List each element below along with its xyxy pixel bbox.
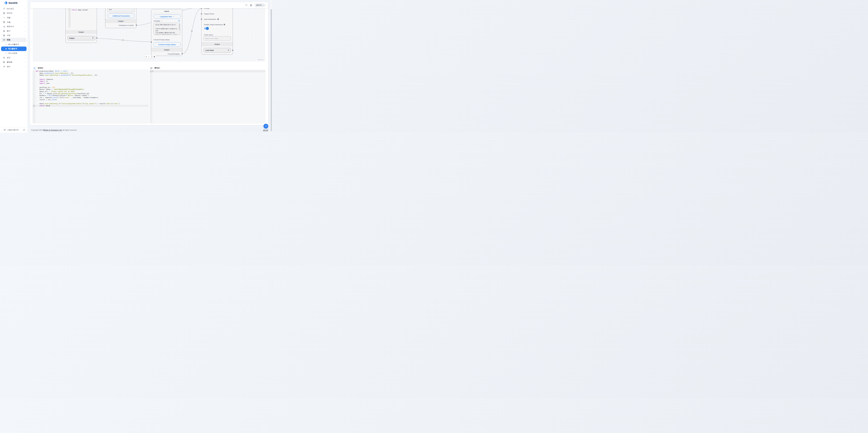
version-link[interactable]: v1.2.2 bbox=[263, 129, 268, 131]
output-handle[interactable] bbox=[232, 50, 233, 51]
node-llm-chain[interactable]: Prompt Output Parser Input Moderation i … bbox=[202, 8, 233, 55]
code-line: def preprocess(data: dict) -> dict: bbox=[35, 70, 148, 72]
zoom-out-button[interactable]: − bbox=[148, 55, 151, 58]
expand-template-icon[interactable] bbox=[178, 20, 180, 22]
chevron-right-icon bbox=[24, 30, 26, 32]
notifications-bell-icon[interactable] bbox=[250, 4, 252, 6]
server-icon bbox=[3, 34, 5, 37]
user-page-label: 사용자 페이지 bbox=[7, 129, 21, 131]
empty-code-line bbox=[152, 70, 265, 72]
code-line bbox=[35, 101, 148, 103]
sidebar-item-develop[interactable]: 개발 bbox=[0, 16, 28, 20]
chevron-right-icon bbox=[24, 61, 26, 63]
sidebar-item-label: 모델 bbox=[7, 21, 23, 24]
sidebar-item-label: 대시보드 bbox=[7, 8, 23, 10]
chevron-right-icon bbox=[24, 66, 26, 67]
external-link-icon bbox=[23, 129, 25, 131]
langchain-hub-button[interactable]: Langchain Hub bbox=[153, 14, 181, 19]
chevron-right-icon bbox=[24, 17, 26, 19]
sidebar-item-dashboard[interactable]: 대시보드 bbox=[0, 7, 28, 11]
sidebar-item-chat[interactable]: 채팅 bbox=[1, 38, 27, 42]
font-size-button[interactable]: 가 bbox=[245, 4, 248, 7]
info-icon[interactable]: i bbox=[217, 19, 219, 20]
output-handle[interactable] bbox=[182, 53, 183, 54]
prompt-input-handle[interactable] bbox=[201, 8, 202, 9]
code-line bbox=[35, 85, 148, 87]
page-scrollbar-thumb[interactable] bbox=[271, 9, 272, 131]
inputs-section-header: Inputs bbox=[151, 9, 182, 13]
output-name: PromptTemplate bbox=[168, 53, 180, 55]
user-menu[interactable]: 관리자 bbox=[254, 3, 266, 7]
textarea-scrollbar[interactable] bbox=[179, 24, 180, 30]
output-streaming-toggle[interactable] bbox=[204, 27, 209, 30]
node-custom-function[interactable]: 1 return $api_answer Output Output bbox=[65, 8, 97, 43]
postprocess-toggle[interactable] bbox=[150, 67, 153, 69]
chevron-right-icon bbox=[24, 43, 26, 45]
output-handle[interactable] bbox=[136, 25, 137, 26]
input-moderation-handle[interactable] bbox=[201, 19, 202, 20]
zoom-in-button[interactable]: + bbox=[145, 55, 148, 58]
chain-name-input[interactable] bbox=[204, 36, 231, 41]
input-handle[interactable] bbox=[151, 41, 152, 43]
sidebar-item-label: 트레이너 bbox=[7, 25, 23, 28]
preprocess-toggle[interactable] bbox=[33, 67, 37, 69]
code-line: import re bbox=[35, 81, 148, 83]
sidebar-nav: 대시보드데이터개발모델트레이너평가서빙채팅태스크플로우워크플로우어시스턴트승인할… bbox=[0, 7, 28, 69]
sidebar-item-evaluation[interactable]: 평가 bbox=[0, 29, 28, 33]
chat-pages-icon bbox=[3, 129, 6, 131]
postprocess-toggle-row: 후처리* bbox=[150, 67, 160, 69]
node-code-editor[interactable]: return $api_answer bbox=[71, 9, 88, 11]
additional-parameters-button[interactable]: Additional Parameters bbox=[107, 13, 135, 18]
temperature-input[interactable] bbox=[107, 8, 134, 12]
output-parser-input-label: Output Parser bbox=[204, 13, 214, 15]
code-line: url = f'{genos_url}/api/gateway/workflow… bbox=[35, 93, 148, 95]
sidebar-item-approval[interactable]: 승인 bbox=[0, 56, 28, 60]
sidebar-item-serving[interactable]: 서빙 bbox=[0, 33, 28, 38]
node-prompt-template[interactable]: Inputs Langchain Hub Template* 당신은 챗봇의 품… bbox=[151, 9, 182, 56]
company-link[interactable]: Minds & Company Ltd. bbox=[43, 129, 62, 131]
node-chat-openai[interactable]: Additional Parameters Output ChatOpenAI-… bbox=[105, 8, 136, 28]
brand-name: GenOS bbox=[8, 1, 18, 4]
sidebar-item-model[interactable]: 모델 bbox=[0, 20, 28, 25]
sidebar-item-admin[interactable]: 관리 bbox=[0, 64, 28, 69]
shuffle-icon bbox=[3, 25, 5, 28]
chain-type-select[interactable]: LLM Chain bbox=[204, 48, 231, 53]
preprocess-label: 전처리* bbox=[38, 67, 43, 69]
sidebar-item-trainer[interactable]: 트레이너 bbox=[0, 24, 28, 29]
sidebar-item-taskflow[interactable]: 태스크플로우 bbox=[0, 42, 28, 47]
code-line: data['overrideConfig'].setdefault('funct… bbox=[35, 74, 148, 76]
info-icon[interactable]: i bbox=[224, 24, 225, 25]
postprocess-code-editor[interactable] bbox=[150, 70, 265, 123]
sidebar-item-quota[interactable]: 할당량 bbox=[0, 60, 28, 64]
fit-view-button[interactable] bbox=[150, 55, 153, 58]
reactflow-attribution[interactable]: React Flow bbox=[258, 59, 264, 60]
code-line: bearer_token = 'ebbff88bd6a948278cba9815… bbox=[35, 89, 148, 91]
sidebar-item-workflow[interactable]: 워크플로우 bbox=[1, 47, 27, 51]
edge-delete-button[interactable]: x bbox=[191, 30, 193, 32]
sidebar-item-label: 태스크플로우 bbox=[8, 43, 23, 46]
code-line: data['overrideConfig']["functionInputVar… bbox=[35, 103, 148, 105]
preprocess-code-editor[interactable]: def preprocess(data: dict) -> dict: data… bbox=[33, 70, 149, 123]
lock-button[interactable] bbox=[153, 55, 156, 58]
brand-logo[interactable]: GenOS bbox=[4, 1, 18, 4]
output-section-header: Output bbox=[66, 30, 97, 34]
chevron-right-icon bbox=[24, 35, 26, 36]
template-textarea[interactable]: 당신은 챗봇의 품질 평가자 입니다. 사용자의 질문에 얼마나 친절하게 논리… bbox=[153, 23, 180, 35]
user-page-link[interactable]: 사용자 페이지 bbox=[0, 127, 28, 133]
workflow-canvas[interactable]: x x 1 return $api_answer Output Output A… bbox=[33, 8, 265, 62]
output-select[interactable]: Output bbox=[67, 36, 95, 40]
output-handle[interactable] bbox=[96, 37, 97, 38]
sidebar-item-label: 개발 bbox=[7, 17, 23, 19]
sidebar-item-label: 데이터 bbox=[7, 12, 23, 14]
sidebar-item-data[interactable]: 데이터 bbox=[0, 11, 28, 16]
output-parser-input-handle[interactable] bbox=[201, 13, 202, 14]
sidebar-item-label: 채팅 bbox=[7, 39, 22, 41]
format-prompt-values-button[interactable]: Format Prompt Values bbox=[153, 42, 181, 47]
edge-delete-button[interactable]: x bbox=[122, 39, 124, 41]
sidebar-item-assistant[interactable]: 어시스턴트 bbox=[0, 51, 28, 56]
cube-icon bbox=[3, 21, 5, 24]
chevron-down-icon bbox=[23, 39, 25, 41]
chevron-right-icon bbox=[24, 26, 26, 27]
scroll-to-top-button[interactable] bbox=[264, 124, 268, 128]
code-line bbox=[35, 76, 148, 79]
